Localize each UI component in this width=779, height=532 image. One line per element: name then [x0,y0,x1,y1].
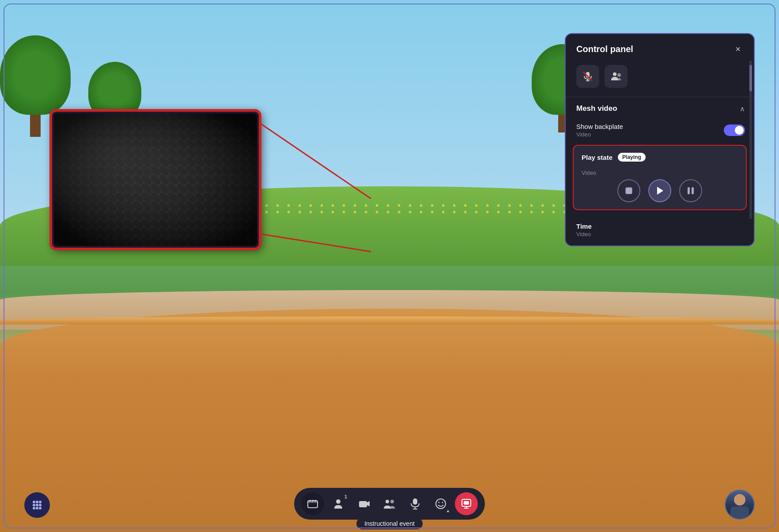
emoji-chevron: ▲ [446,509,450,513]
play-controls [582,179,738,202]
svg-point-23 [33,504,35,506]
svg-point-42 [436,499,446,509]
tree-foliage-left [0,35,71,115]
stop-button[interactable] [617,179,640,202]
panel-title: Control panel [576,44,633,54]
panel-scrollbar-thumb [749,65,752,91]
play-icon [654,185,665,196]
svg-rect-35 [359,501,367,507]
show-backplate-row: Show backplate Video [566,119,754,143]
time-sublabel: Video [576,231,743,238]
people-settings-icon-button[interactable] [605,65,628,88]
svg-point-20 [33,501,35,503]
mesh-video-section-header[interactable]: Mesh video ∧ [566,97,754,119]
avatar-button[interactable] [725,490,755,520]
show-backplate-label: Show backplate [576,123,623,130]
people-group-button[interactable] [378,492,401,515]
show-backplate-sublabel: Video [576,131,623,138]
svg-point-14 [613,72,616,76]
tree-trunk-left [30,115,41,137]
table-edge [0,317,779,324]
svg-point-25 [39,504,42,506]
avatar-figure [726,490,754,519]
playing-badge: Playing [618,153,646,162]
pause-button[interactable] [679,179,702,202]
svg-point-26 [33,507,35,509]
camera-icon [358,498,370,509]
emoji-icon [435,498,446,509]
video-highlight [54,113,257,246]
svg-rect-19 [692,187,694,194]
pause-icon [686,186,696,196]
svg-point-21 [36,501,38,503]
stop-icon [624,186,634,196]
video-screen [54,113,257,246]
avatar-body [730,506,749,519]
control-panel: Control panel × Mesh video [565,33,755,246]
svg-marker-17 [657,187,663,195]
toggle-knob [735,126,744,135]
show-backplate-toggle[interactable] [724,125,745,136]
svg-point-38 [390,500,394,503]
svg-point-22 [39,501,42,503]
svg-point-28 [39,507,42,509]
emoji-button[interactable]: ▲ [429,492,452,515]
chevron-up-icon: ∧ [740,105,745,113]
svg-rect-39 [413,498,417,505]
svg-point-27 [36,507,38,509]
mic-icon-button[interactable] [576,65,599,88]
mic-slash-icon [582,71,594,82]
close-button[interactable]: × [731,42,745,56]
video-screen-container [51,110,260,249]
people-count: 1 [344,494,347,499]
play-state-box: Play state Playing Video [573,145,747,210]
time-title: Time [576,223,743,230]
mic-button[interactable] [404,492,427,515]
share-icon [461,498,472,509]
svg-rect-18 [688,187,690,194]
avatar-head [734,494,745,506]
camera-button[interactable] [352,492,375,515]
svg-point-37 [386,500,389,503]
show-backplate-label-group: Show backplate Video [576,123,623,138]
panel-scrollbar[interactable] [749,60,752,219]
scene-button[interactable] [301,492,324,515]
event-label: Instructional event [356,518,423,529]
play-button[interactable] [648,179,671,202]
svg-point-34 [336,499,340,504]
svg-rect-46 [464,501,469,505]
svg-marker-36 [367,501,370,506]
play-state-sublabel: Video [582,170,596,176]
people-button[interactable]: 1 [327,492,350,515]
time-section: Time Video [566,217,754,245]
mesh-video-title: Mesh video [576,104,617,113]
event-label-text: Instructional event [364,520,415,527]
svg-point-43 [439,502,440,503]
svg-point-24 [36,504,38,506]
video-screen-outer [51,110,260,249]
play-state-title-row: Play state Playing [582,153,738,162]
share-button[interactable] [455,492,478,515]
svg-rect-16 [626,188,632,194]
person-icon [333,498,344,509]
grid-button[interactable] [24,492,50,518]
people-settings-icon [610,71,622,82]
panel-icon-row [566,63,754,97]
people-group-icon [383,498,396,509]
bottom-toolbar: 1 ▲ [294,488,485,520]
svg-point-44 [442,502,443,503]
grid-icon [31,499,43,511]
play-state-title: Play state [582,154,613,161]
scene-icon [307,498,318,509]
mic-icon [410,498,420,509]
svg-point-15 [617,73,621,77]
panel-header: Control panel × [566,34,754,63]
